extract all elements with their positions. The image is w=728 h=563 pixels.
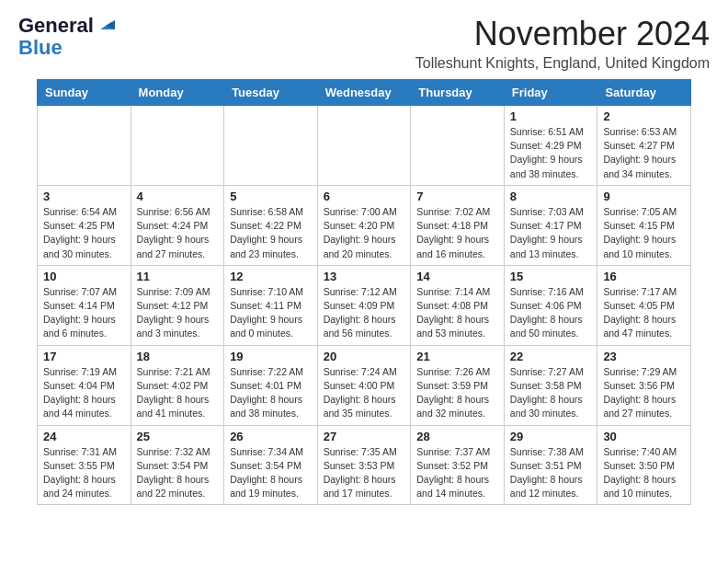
day-number: 25	[137, 430, 219, 443]
calendar-cell	[411, 106, 505, 186]
calendar-cell: 21Sunrise: 7:26 AM Sunset: 3:59 PM Dayli…	[411, 345, 505, 425]
day-info: Sunrise: 7:09 AM Sunset: 4:12 PM Dayligh…	[137, 285, 219, 341]
day-number: 23	[603, 350, 685, 363]
day-info: Sunrise: 7:12 AM Sunset: 4:09 PM Dayligh…	[324, 285, 405, 341]
calendar-cell: 22Sunrise: 7:27 AM Sunset: 3:58 PM Dayli…	[504, 345, 597, 425]
calendar-cell: 7Sunrise: 7:02 AM Sunset: 4:18 PM Daylig…	[411, 185, 505, 265]
weekday-header-saturday: Saturday	[597, 80, 691, 106]
day-info: Sunrise: 7:40 AM Sunset: 3:50 PM Dayligh…	[603, 445, 685, 501]
day-number: 20	[324, 350, 405, 363]
day-info: Sunrise: 7:32 AM Sunset: 3:54 PM Dayligh…	[137, 445, 219, 501]
day-number: 3	[43, 190, 125, 203]
day-info: Sunrise: 7:17 AM Sunset: 4:05 PM Dayligh…	[603, 285, 685, 341]
calendar-cell: 24Sunrise: 7:31 AM Sunset: 3:55 PM Dayli…	[38, 425, 131, 505]
day-number: 11	[137, 270, 219, 283]
calendar-cell: 19Sunrise: 7:22 AM Sunset: 4:01 PM Dayli…	[224, 345, 318, 425]
calendar-cell: 23Sunrise: 7:29 AM Sunset: 3:56 PM Dayli…	[597, 345, 691, 425]
calendar-cell: 2Sunrise: 6:53 AM Sunset: 4:27 PM Daylig…	[597, 106, 691, 186]
day-info: Sunrise: 6:54 AM Sunset: 4:25 PM Dayligh…	[43, 205, 125, 261]
calendar-cell: 8Sunrise: 7:03 AM Sunset: 4:17 PM Daylig…	[504, 185, 597, 265]
calendar-cell: 6Sunrise: 7:00 AM Sunset: 4:20 PM Daylig…	[317, 185, 411, 265]
calendar-cell	[131, 106, 224, 186]
day-number: 15	[510, 270, 592, 283]
day-number: 28	[416, 430, 498, 443]
weekday-header-friday: Friday	[504, 80, 597, 106]
day-info: Sunrise: 7:37 AM Sunset: 3:52 PM Dayligh…	[416, 445, 498, 501]
logo-general: General	[18, 15, 94, 37]
calendar-cell: 10Sunrise: 7:07 AM Sunset: 4:14 PM Dayli…	[38, 265, 131, 345]
day-number: 17	[43, 350, 125, 363]
calendar-cell: 13Sunrise: 7:12 AM Sunset: 4:09 PM Dayli…	[317, 265, 411, 345]
day-info: Sunrise: 7:22 AM Sunset: 4:01 PM Dayligh…	[230, 365, 312, 421]
day-info: Sunrise: 7:05 AM Sunset: 4:15 PM Dayligh…	[603, 205, 685, 261]
calendar-table: SundayMondayTuesdayWednesdayThursdayFrid…	[37, 79, 691, 505]
day-number: 13	[324, 270, 405, 283]
day-info: Sunrise: 7:07 AM Sunset: 4:14 PM Dayligh…	[43, 285, 125, 341]
calendar-cell: 14Sunrise: 7:14 AM Sunset: 4:08 PM Dayli…	[411, 265, 505, 345]
calendar-cell: 5Sunrise: 6:58 AM Sunset: 4:22 PM Daylig…	[224, 185, 318, 265]
logo-blue: Blue	[18, 37, 115, 59]
calendar-cell: 25Sunrise: 7:32 AM Sunset: 3:54 PM Dayli…	[131, 425, 224, 505]
day-info: Sunrise: 7:31 AM Sunset: 3:55 PM Dayligh…	[43, 445, 125, 501]
calendar-cell	[224, 106, 318, 186]
day-info: Sunrise: 7:29 AM Sunset: 3:56 PM Dayligh…	[603, 365, 685, 421]
day-number: 19	[230, 350, 312, 363]
day-number: 18	[137, 350, 219, 363]
calendar-cell: 20Sunrise: 7:24 AM Sunset: 4:00 PM Dayli…	[317, 345, 411, 425]
day-number: 29	[510, 430, 592, 443]
day-number: 30	[603, 430, 685, 443]
day-number: 6	[324, 190, 405, 203]
calendar-header-row: SundayMondayTuesdayWednesdayThursdayFrid…	[38, 80, 691, 106]
day-number: 8	[510, 190, 592, 203]
calendar-cell: 4Sunrise: 6:56 AM Sunset: 4:24 PM Daylig…	[131, 185, 224, 265]
day-info: Sunrise: 6:56 AM Sunset: 4:24 PM Dayligh…	[137, 205, 219, 261]
day-info: Sunrise: 7:19 AM Sunset: 4:04 PM Dayligh…	[43, 365, 125, 421]
day-info: Sunrise: 7:35 AM Sunset: 3:53 PM Dayligh…	[324, 445, 405, 501]
weekday-header-sunday: Sunday	[38, 80, 131, 106]
day-info: Sunrise: 7:02 AM Sunset: 4:18 PM Dayligh…	[416, 205, 498, 261]
day-number: 14	[416, 270, 498, 283]
day-number: 12	[230, 270, 312, 283]
weekday-header-wednesday: Wednesday	[317, 80, 411, 106]
logo: General Blue	[18, 15, 115, 59]
day-number: 7	[416, 190, 498, 203]
day-info: Sunrise: 7:38 AM Sunset: 3:51 PM Dayligh…	[510, 445, 592, 501]
day-number: 4	[137, 190, 219, 203]
calendar-cell: 29Sunrise: 7:38 AM Sunset: 3:51 PM Dayli…	[504, 425, 597, 505]
calendar-week-4: 17Sunrise: 7:19 AM Sunset: 4:04 PM Dayli…	[38, 345, 691, 425]
logo-icon	[97, 15, 115, 33]
calendar-cell: 28Sunrise: 7:37 AM Sunset: 3:52 PM Dayli…	[411, 425, 505, 505]
day-info: Sunrise: 7:24 AM Sunset: 4:00 PM Dayligh…	[324, 365, 405, 421]
day-info: Sunrise: 7:00 AM Sunset: 4:20 PM Dayligh…	[324, 205, 405, 261]
day-info: Sunrise: 7:14 AM Sunset: 4:08 PM Dayligh…	[416, 285, 498, 341]
weekday-header-tuesday: Tuesday	[224, 80, 318, 106]
day-info: Sunrise: 7:10 AM Sunset: 4:11 PM Dayligh…	[230, 285, 312, 341]
calendar-cell	[317, 106, 411, 186]
calendar-cell: 1Sunrise: 6:51 AM Sunset: 4:29 PM Daylig…	[504, 106, 597, 186]
day-info: Sunrise: 7:03 AM Sunset: 4:17 PM Dayligh…	[510, 205, 592, 261]
calendar-cell: 30Sunrise: 7:40 AM Sunset: 3:50 PM Dayli…	[597, 425, 691, 505]
day-number: 21	[416, 350, 498, 363]
calendar-cell: 27Sunrise: 7:35 AM Sunset: 3:53 PM Dayli…	[317, 425, 411, 505]
calendar-week-5: 24Sunrise: 7:31 AM Sunset: 3:55 PM Dayli…	[38, 425, 691, 505]
title-block: November 2024 Tolleshunt Knights, Englan…	[415, 15, 710, 72]
calendar-week-2: 3Sunrise: 6:54 AM Sunset: 4:25 PM Daylig…	[38, 185, 691, 265]
day-number: 10	[43, 270, 125, 283]
calendar-cell: 15Sunrise: 7:16 AM Sunset: 4:06 PM Dayli…	[504, 265, 597, 345]
day-number: 24	[43, 430, 125, 443]
day-info: Sunrise: 7:21 AM Sunset: 4:02 PM Dayligh…	[137, 365, 219, 421]
calendar-cell: 17Sunrise: 7:19 AM Sunset: 4:04 PM Dayli…	[38, 345, 131, 425]
month-title: November 2024	[415, 15, 710, 53]
day-number: 9	[603, 190, 685, 203]
day-info: Sunrise: 6:51 AM Sunset: 4:29 PM Dayligh…	[510, 125, 592, 181]
calendar-cell: 11Sunrise: 7:09 AM Sunset: 4:12 PM Dayli…	[131, 265, 224, 345]
day-number: 26	[230, 430, 312, 443]
day-info: Sunrise: 7:26 AM Sunset: 3:59 PM Dayligh…	[416, 365, 498, 421]
calendar-week-3: 10Sunrise: 7:07 AM Sunset: 4:14 PM Dayli…	[38, 265, 691, 345]
day-info: Sunrise: 7:16 AM Sunset: 4:06 PM Dayligh…	[510, 285, 592, 341]
day-number: 27	[324, 430, 405, 443]
calendar-cell: 3Sunrise: 6:54 AM Sunset: 4:25 PM Daylig…	[38, 185, 131, 265]
page-header: General Blue November 2024 Tolleshunt Kn…	[0, 0, 728, 79]
day-number: 1	[510, 109, 592, 123]
day-info: Sunrise: 7:27 AM Sunset: 3:58 PM Dayligh…	[510, 365, 592, 421]
